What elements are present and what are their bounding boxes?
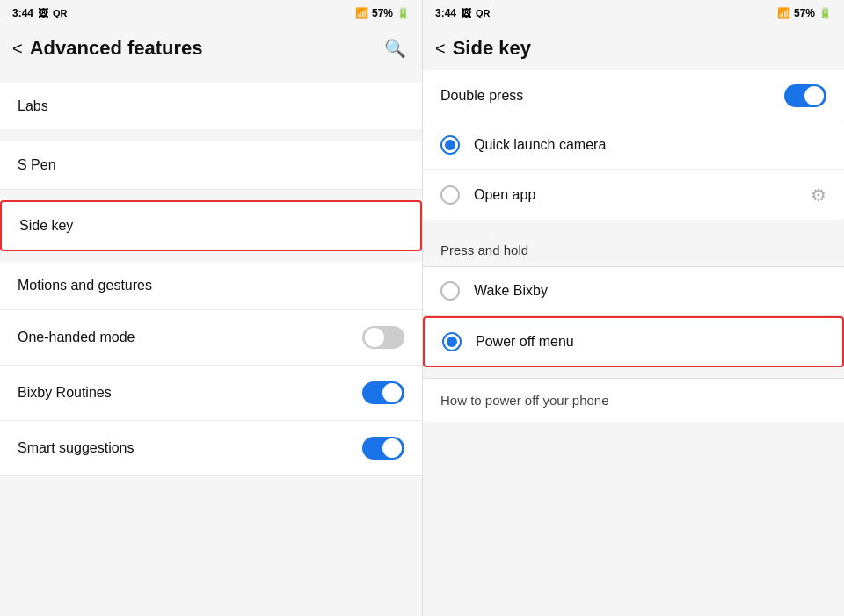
left-time: 3:44 bbox=[12, 7, 33, 19]
double-press-options: Quick launch camera Open app ⚙ bbox=[423, 121, 844, 220]
right-status-bar: 3:44 🖼 QR 📶 57% 🔋 bbox=[423, 0, 844, 26]
right-battery: 57% bbox=[794, 7, 815, 19]
right-status-left: 3:44 🖼 QR bbox=[435, 7, 491, 19]
left-header-left: < Advanced features bbox=[12, 37, 203, 60]
open-app-label: Open app bbox=[474, 187, 797, 203]
right-back-button[interactable]: < bbox=[435, 39, 446, 59]
left-menu-list: Labs S Pen Side key Motions and gestures… bbox=[0, 70, 422, 616]
gap-1 bbox=[0, 131, 422, 141]
left-status-bar: 3:44 🖼 QR 📶 57% 🔋 bbox=[0, 0, 422, 26]
double-press-toggle-knob bbox=[804, 86, 824, 105]
one-handed-toggle[interactable] bbox=[362, 326, 404, 349]
menu-item-smart-suggestions-label: Smart suggestions bbox=[18, 440, 135, 456]
menu-item-bixby-routines-label: Bixby Routines bbox=[18, 385, 112, 401]
bixby-routines-toggle-knob bbox=[382, 383, 402, 402]
one-handed-toggle-knob bbox=[365, 328, 384, 347]
menu-item-side-key-label: Side key bbox=[19, 218, 73, 234]
left-wifi-icon: 📶 bbox=[355, 7, 368, 19]
section-divider-1 bbox=[423, 223, 844, 230]
gap-3 bbox=[0, 251, 422, 262]
double-press-label: Double press bbox=[440, 88, 523, 104]
option-quick-launch-camera[interactable]: Quick launch camera bbox=[423, 121, 844, 170]
left-status-left: 3:44 🖼 QR bbox=[12, 7, 68, 19]
press-hold-options: Wake Bixby Power off menu bbox=[423, 267, 844, 367]
left-qr-icon: QR bbox=[53, 8, 68, 18]
left-battery: 57% bbox=[372, 7, 393, 19]
option-wake-bixby[interactable]: Wake Bixby bbox=[423, 267, 844, 315]
right-status-right: 📶 57% 🔋 bbox=[777, 7, 832, 19]
left-header: < Advanced features 🔍 bbox=[0, 26, 422, 70]
menu-item-labs[interactable]: Labs bbox=[0, 83, 422, 131]
menu-item-smart-suggestions[interactable]: Smart suggestions bbox=[0, 421, 422, 476]
open-app-gear-icon[interactable]: ⚙ bbox=[811, 185, 826, 206]
bottom-link-power-off[interactable]: How to power off your phone bbox=[423, 379, 844, 422]
menu-item-spen[interactable]: S Pen bbox=[0, 141, 422, 190]
press-hold-section-label: Press and hold bbox=[423, 230, 844, 266]
radio-quick-launch-camera[interactable] bbox=[440, 135, 460, 155]
left-back-button[interactable]: < bbox=[12, 39, 23, 59]
menu-item-spen-label: S Pen bbox=[18, 157, 56, 173]
left-status-right: 📶 57% 🔋 bbox=[355, 7, 410, 19]
left-photo-icon: 🖼 bbox=[38, 7, 48, 19]
menu-item-side-key[interactable]: Side key bbox=[0, 200, 422, 251]
right-qr-icon: QR bbox=[476, 8, 491, 18]
left-search-icon[interactable]: 🔍 bbox=[384, 38, 406, 59]
double-press-toggle[interactable] bbox=[784, 84, 826, 107]
option-power-off-menu[interactable]: Power off menu bbox=[423, 316, 844, 367]
option-open-app[interactable]: Open app ⚙ bbox=[423, 170, 844, 220]
left-panel: 3:44 🖼 QR 📶 57% 🔋 < Advanced features 🔍 … bbox=[0, 0, 422, 616]
bixby-routines-toggle[interactable] bbox=[362, 381, 404, 404]
radio-open-app[interactable] bbox=[440, 185, 460, 205]
double-press-row: Double press bbox=[423, 70, 844, 121]
radio-wake-bixby[interactable] bbox=[440, 281, 460, 301]
menu-item-motions-label: Motions and gestures bbox=[18, 278, 152, 294]
smart-suggestions-toggle-knob bbox=[382, 438, 402, 458]
menu-item-motions[interactable]: Motions and gestures bbox=[0, 262, 422, 310]
menu-item-one-handed-label: One-handed mode bbox=[18, 330, 135, 345]
menu-item-bixby-routines[interactable]: Bixby Routines bbox=[0, 366, 422, 421]
left-battery-icon: 🔋 bbox=[397, 7, 410, 19]
right-time: 3:44 bbox=[435, 7, 456, 19]
power-off-menu-label: Power off menu bbox=[476, 334, 825, 350]
right-battery-icon: 🔋 bbox=[819, 7, 832, 19]
menu-item-labs-label: Labs bbox=[18, 98, 48, 114]
right-header: < Side key bbox=[423, 26, 844, 70]
right-photo-icon: 🖼 bbox=[461, 7, 471, 19]
menu-item-one-handed[interactable]: One-handed mode bbox=[0, 310, 422, 366]
left-page-title: Advanced features bbox=[30, 37, 203, 60]
quick-launch-camera-label: Quick launch camera bbox=[474, 137, 826, 153]
gap-2 bbox=[0, 190, 422, 200]
smart-suggestions-toggle[interactable] bbox=[362, 437, 404, 460]
radio-power-off-menu[interactable] bbox=[442, 332, 462, 351]
right-wifi-icon: 📶 bbox=[777, 7, 790, 19]
right-header-left: < Side key bbox=[435, 37, 531, 60]
wake-bixby-label: Wake Bixby bbox=[474, 283, 826, 299]
right-page-title: Side key bbox=[453, 37, 531, 60]
section-divider-2 bbox=[423, 371, 844, 378]
right-panel: 3:44 🖼 QR 📶 57% 🔋 < Side key Double pres… bbox=[422, 0, 844, 616]
